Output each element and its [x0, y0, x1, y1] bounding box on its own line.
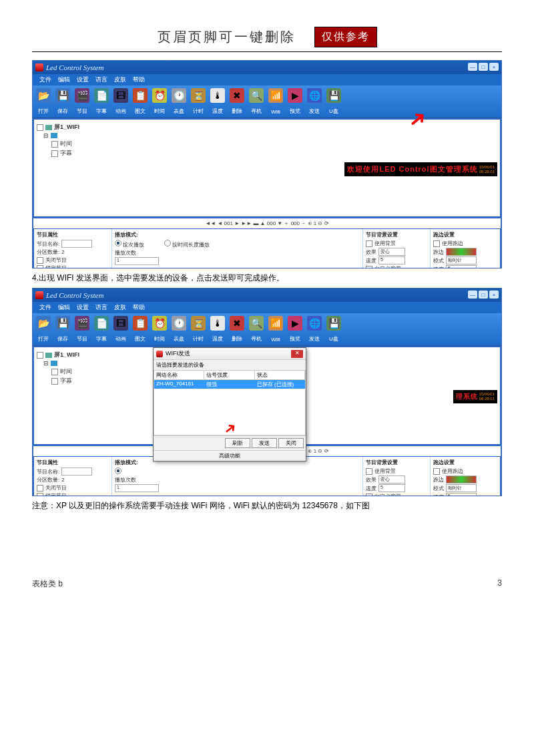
toolbar-保存[interactable]: 💾保存 [53, 87, 72, 116]
toolbar-U盘[interactable]: 💾U盘 [324, 315, 343, 344]
header-rule [32, 51, 502, 52]
device-row[interactable]: ZH-W0_704181很强已探存 (已连接) [154, 380, 305, 389]
speed-select[interactable]: 5 [446, 265, 477, 268]
toolbar-图文[interactable]: 📋图文 [131, 315, 150, 344]
name-input[interactable] [61, 240, 92, 248]
effect-select[interactable]: 爱心 [378, 476, 405, 484]
toolbar-温度[interactable]: 🌡温度 [208, 315, 227, 344]
refresh-button[interactable]: 刷新 [225, 438, 250, 448]
tree-root[interactable]: 屏1_WIFI [54, 123, 79, 132]
minimize-button[interactable]: — [468, 291, 477, 299]
toolbar-删除[interactable]: ✖删除 [228, 87, 246, 116]
menu-skin[interactable]: 皮肤 [114, 75, 126, 84]
menu-edit[interactable]: 编辑 [58, 303, 70, 312]
menu-file[interactable]: 文件 [39, 303, 51, 312]
menu-file[interactable]: 文件 [39, 75, 51, 84]
checkbox-border[interactable] [433, 240, 440, 247]
edge-select[interactable] [446, 248, 477, 256]
toolbar-预览[interactable]: ▶预览 [286, 315, 304, 344]
speed-select[interactable]: 5 [378, 256, 405, 264]
toolbar-动画[interactable]: 🎞动画 [111, 87, 130, 116]
toolbar-label: 图文 [135, 108, 146, 115]
menu-help[interactable]: 帮助 [133, 75, 145, 84]
close-button[interactable]: 关闭 [278, 438, 304, 448]
speed-select[interactable]: 5 [378, 484, 405, 492]
toolbar-计时[interactable]: ⏳计时 [189, 87, 208, 116]
menu-edit[interactable]: 编辑 [58, 75, 70, 84]
checkbox-close[interactable] [37, 485, 43, 492]
toolbar-字幕[interactable]: 📄字幕 [92, 87, 111, 116]
menu-skin[interactable]: 皮肤 [114, 303, 126, 312]
toolbar-节目[interactable]: 🎬节目 [73, 87, 91, 116]
checkbox-icon[interactable] [51, 369, 58, 375]
checkbox-custom-bg[interactable] [366, 266, 372, 269]
close-button[interactable]: × [489, 291, 499, 299]
checkbox-custom-bg[interactable] [366, 494, 372, 497]
checkbox-icon[interactable] [51, 150, 58, 157]
effect-select[interactable]: 爱心 [378, 248, 405, 256]
speed-select[interactable]: 5 [446, 493, 477, 496]
checkbox-icon[interactable] [51, 141, 58, 148]
toolbar-节目[interactable]: 🎬节目 [73, 315, 91, 344]
toolbar-寻机[interactable]: 🔍寻机 [247, 315, 266, 344]
checkbox-bg[interactable] [366, 468, 372, 475]
maximize-button[interactable]: □ [479, 63, 488, 71]
checkbox-bg[interactable] [366, 240, 372, 247]
menu-help[interactable]: 帮助 [133, 303, 145, 312]
toolbar-时间[interactable]: ⏰时间 [150, 87, 169, 116]
mode-select[interactable]: 顺时针 [446, 256, 477, 264]
toolbar-表盘[interactable]: 🕐表盘 [170, 87, 188, 116]
close-button[interactable]: × [489, 63, 499, 71]
toolbar-字幕[interactable]: 📄字幕 [92, 315, 111, 344]
toolbar-Wifi[interactable]: 📶Wifi [266, 315, 285, 344]
cb-label: 使用背景 [374, 240, 396, 247]
toolbar-温度[interactable]: 🌡温度 [208, 87, 227, 116]
minimize-button[interactable]: — [468, 63, 477, 71]
toolbar-U盘[interactable]: 💾U盘 [324, 87, 343, 116]
times-input[interactable]: 1 [115, 257, 159, 265]
checkbox-icon[interactable] [37, 352, 43, 359]
menu-settings[interactable]: 设置 [77, 303, 89, 312]
radio-by-count[interactable] [115, 240, 121, 246]
toolbar-保存[interactable]: 💾保存 [53, 315, 72, 344]
toolbar-打开[interactable]: 📂打开 [34, 315, 53, 344]
advanced-button[interactable]: 高级功能 [154, 450, 306, 461]
checkbox-close[interactable] [37, 257, 43, 264]
tree-item-time[interactable]: 时间 [60, 367, 72, 376]
radio-by-duration[interactable] [164, 240, 171, 246]
radio-by-count[interactable] [115, 467, 121, 474]
send-button[interactable]: 发送 [252, 438, 277, 448]
pager-bar[interactable]: ◄◄ ◄ 001 ► ►► ▬ ▲ 000 ▼ ＋ 000 － ⊕ 1 ⊖ ⟳ [33, 218, 501, 229]
tree-item-subtitle[interactable]: 字幕 [60, 149, 72, 158]
toolbar-Wifi[interactable]: 📶Wifi [266, 87, 285, 116]
maximize-button[interactable]: □ [479, 291, 488, 299]
checkbox-border[interactable] [433, 468, 440, 475]
toolbar-时间[interactable]: ⏰时间 [150, 315, 169, 344]
toolbar-图文[interactable]: 📋图文 [131, 87, 150, 116]
tree-root[interactable]: 屏1_WIFI [54, 351, 79, 359]
toolbar-打开[interactable]: 📂打开 [34, 87, 53, 116]
toolbar-预览[interactable]: ▶预览 [286, 87, 304, 116]
toolbar-动画[interactable]: 🎞动画 [111, 315, 130, 344]
tree-item-subtitle[interactable]: 字幕 [60, 377, 72, 385]
toolbar-计时[interactable]: ⏳计时 [189, 315, 208, 344]
mode-select[interactable]: 顺时针 [446, 484, 477, 492]
toolbar-表盘[interactable]: 🕐表盘 [170, 315, 188, 344]
toolbar-发送[interactable]: 🌐发送 [305, 315, 324, 344]
checkbox-lock[interactable] [37, 265, 43, 269]
checkbox-lock[interactable] [37, 493, 43, 497]
tree-item-time[interactable]: 时间 [60, 140, 72, 148]
checkbox-icon[interactable] [51, 378, 58, 385]
toolbar-发送[interactable]: 🌐发送 [305, 87, 324, 116]
toolbar-删除[interactable]: ✖删除 [228, 315, 246, 344]
dialog-close-button[interactable]: ✕ [291, 350, 303, 358]
times-input[interactable]: 1 [115, 484, 159, 492]
menu-settings[interactable]: 设置 [77, 75, 89, 84]
name-input[interactable] [61, 467, 92, 476]
edge-select[interactable] [446, 476, 477, 484]
menu-language[interactable]: 语言 [95, 303, 107, 312]
menu-language[interactable]: 语言 [95, 75, 107, 84]
toolbar-寻机[interactable]: 🔍寻机 [247, 87, 266, 116]
checkbox-icon[interactable] [37, 124, 43, 131]
count-label: 分区数量: [37, 476, 59, 484]
